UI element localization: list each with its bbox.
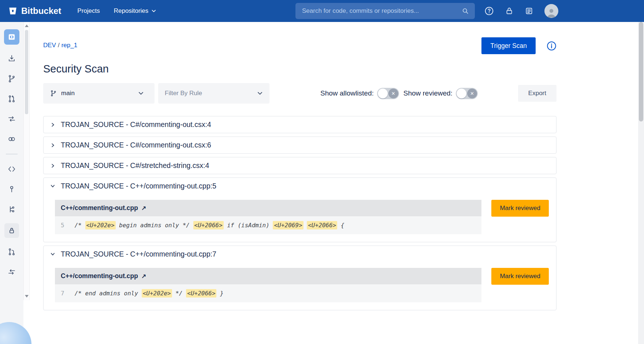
breadcrumb-project-link[interactable]: DEV	[43, 42, 56, 49]
bitbucket-brand[interactable]: Bitbucket	[8, 6, 61, 16]
bitbucket-logo-icon	[8, 6, 18, 16]
finding-row: TROJAN_SOURCE - C#/stretched-string.csx:…	[43, 157, 556, 174]
branch-icon	[50, 90, 57, 97]
finding-header[interactable]: TROJAN_SOURCE - C++/commenting-out.cpp:7	[50, 249, 550, 259]
floating-help-bubble[interactable]	[0, 322, 31, 344]
sidebar-item-branches[interactable]	[5, 203, 18, 216]
sidebar-item-compare[interactable]	[5, 113, 18, 125]
sidebar-item-pull-requests[interactable]	[5, 246, 18, 258]
brand-text: Bitbucket	[21, 6, 61, 16]
compare-icon	[7, 115, 16, 123]
nav-projects-label: Projects	[77, 7, 100, 15]
finding-row-expanded: TROJAN_SOURCE - C++/commenting-out.cpp:7…	[43, 246, 556, 310]
lock-icon[interactable]	[505, 7, 514, 15]
open-file-icon[interactable]: ↗	[141, 205, 146, 212]
sidebar-scrollbar-thumb[interactable]	[25, 30, 28, 114]
scroll-up-arrow[interactable]	[25, 25, 29, 27]
forks-icon	[7, 268, 16, 276]
avatar[interactable]	[544, 4, 558, 18]
show-reviewed-label: Show reviewed:	[403, 89, 453, 97]
finding-header[interactable]: TROJAN_SOURCE - C#/commenting-out.csx:6	[50, 140, 550, 150]
pull-request-icon	[7, 94, 16, 103]
finding-header[interactable]: TROJAN_SOURCE - C#/stretched-string.csx:…	[50, 161, 550, 171]
code-token: }	[216, 290, 223, 297]
search-icon[interactable]	[462, 7, 469, 15]
clone-icon	[7, 54, 16, 63]
sidebar-item-repository-avatar[interactable]	[4, 29, 19, 45]
trigger-scan-button[interactable]: Trigger Scan	[481, 37, 536, 54]
repository-avatar-icon	[7, 32, 16, 42]
code-token: {	[337, 222, 344, 229]
code-token	[304, 222, 307, 229]
chevron-down-icon	[138, 90, 144, 96]
export-button[interactable]: Export	[518, 85, 556, 102]
unicode-tag: <U+2069>	[273, 221, 303, 229]
open-file-icon[interactable]: ↗	[141, 273, 146, 280]
sidebar-item-pull-request[interactable]	[5, 93, 18, 105]
unicode-tag: <U+2066>	[307, 221, 337, 229]
sidebar-item-security-scan[interactable]	[4, 223, 19, 238]
rule-filter-placeholder: Filter By Rule	[165, 90, 257, 97]
finding-header[interactable]: TROJAN_SOURCE - C++/commenting-out.cpp:5	[50, 181, 550, 191]
unicode-tag: <U+202e>	[85, 221, 116, 229]
code-filename: C++/commenting-out.cpp	[61, 204, 138, 212]
security-lock-icon	[7, 226, 16, 235]
unicode-tag: <U+2066>	[186, 289, 216, 298]
branches-icon	[7, 205, 16, 214]
code-text: /* <U+202e> begin admins only */ <U+2066…	[75, 222, 345, 229]
chevron-down-icon	[257, 90, 263, 96]
unicode-tag: <U+2066>	[193, 221, 224, 229]
chevron-right-icon	[50, 143, 55, 148]
branch-select[interactable]: main	[43, 83, 155, 104]
code-token: if (isAdmin)	[224, 222, 273, 229]
chevron-right-icon	[50, 122, 55, 127]
chevron-down-icon	[50, 252, 55, 257]
page-scrollbar-thumb[interactable]	[639, 22, 643, 121]
sidebar-item-deployments[interactable]	[5, 183, 18, 195]
search-bar[interactable]	[295, 3, 475, 19]
branch-select-value: main	[61, 90, 138, 97]
chevron-down-icon	[50, 184, 55, 188]
source-code-icon	[7, 165, 16, 173]
finding-row: TROJAN_SOURCE - C#/commenting-out.csx:6	[43, 137, 556, 154]
search-input[interactable]	[301, 7, 462, 15]
sidebar-item-forks[interactable]	[5, 266, 18, 278]
finding-row-expanded: TROJAN_SOURCE - C++/commenting-out.cpp:5…	[43, 177, 556, 242]
page-title: Security Scan	[43, 63, 556, 75]
mark-reviewed-button[interactable]: Mark reviewed	[491, 268, 549, 285]
code-line-number: 7	[61, 290, 64, 297]
scroll-down-arrow[interactable]	[25, 295, 29, 298]
chevron-down-icon	[151, 8, 156, 14]
sidebar-scrollbar[interactable]	[23, 22, 30, 300]
finding-title: TROJAN_SOURCE - C++/commenting-out.cpp:7	[61, 250, 216, 258]
code-token: begin admins only */	[116, 222, 193, 229]
page-scrollbar[interactable]	[638, 22, 644, 344]
sidebar-item-commits[interactable]	[5, 133, 18, 145]
code-filename: C++/commenting-out.cpp	[61, 272, 138, 280]
code-line-number: 5	[61, 222, 64, 229]
finding-title: TROJAN_SOURCE - C#/commenting-out.csx:4	[61, 120, 211, 129]
sidebar-item-clone[interactable]	[5, 52, 18, 65]
nav-item-repositories[interactable]: Repositories	[114, 7, 157, 15]
mark-reviewed-button[interactable]: Mark reviewed	[491, 200, 549, 217]
help-icon[interactable]	[484, 6, 494, 16]
show-reviewed-toggle[interactable]: ✕	[456, 88, 478, 99]
code-text: /* end admins only <U+202e> */ <U+2066> …	[75, 290, 224, 297]
breadcrumb-repo-link[interactable]: rep_1	[62, 42, 77, 49]
code-file-header: C++/commenting-out.cpp ↗	[55, 268, 481, 284]
code-block: C++/commenting-out.cpp ↗ 5 /* <U+202e> b…	[55, 200, 481, 234]
finding-title: TROJAN_SOURCE - C++/commenting-out.cpp:5	[61, 182, 216, 190]
show-allowlisted-toggle[interactable]: ✕	[377, 88, 399, 99]
info-icon[interactable]	[547, 41, 556, 51]
sidebar-item-branch[interactable]	[5, 72, 18, 85]
finding-detail-panel: C++/commenting-out.cpp ↗ 7 /* end admins…	[55, 268, 549, 302]
feedback-icon[interactable]	[525, 7, 533, 15]
rule-filter-select[interactable]: Filter By Rule	[158, 83, 269, 104]
nav-item-projects[interactable]: Projects	[77, 7, 100, 15]
unicode-tag: <U+202e>	[142, 289, 172, 298]
code-file-header: C++/commenting-out.cpp ↗	[55, 200, 481, 216]
sidebar-item-source[interactable]	[5, 163, 18, 175]
finding-header[interactable]: TROJAN_SOURCE - C#/commenting-out.csx:4	[50, 120, 550, 130]
toggle-knob	[378, 89, 388, 98]
finding-title: TROJAN_SOURCE - C#/commenting-out.csx:6	[61, 141, 211, 149]
